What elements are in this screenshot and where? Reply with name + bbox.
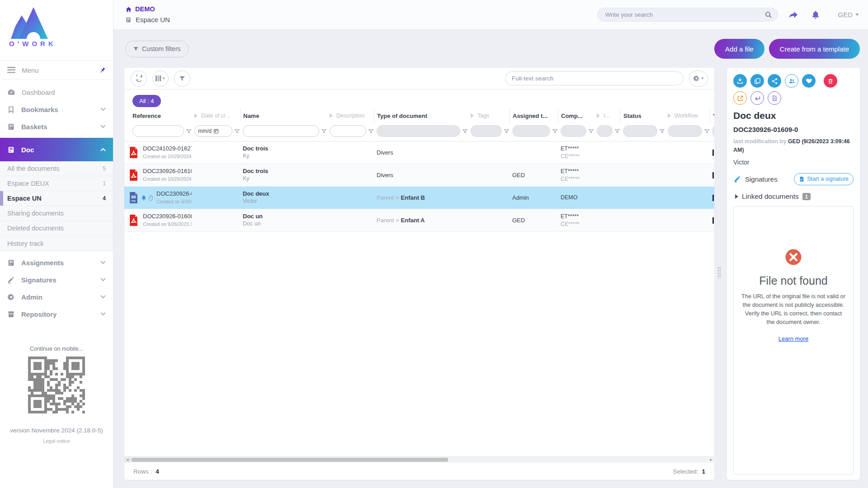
panel-resize-handle[interactable] (717, 267, 721, 278)
filter-text-input[interactable] (247, 128, 315, 134)
scroll-right-arrow-icon[interactable]: ► (708, 457, 714, 463)
funnel-icon[interactable] (552, 128, 558, 134)
column-header-name[interactable]: Name (240, 109, 327, 122)
table-row[interactable]: DOC241029-01627-0Created on 10/29/2024 1… (124, 141, 714, 164)
start-signature-button[interactable]: Start a signature (794, 173, 854, 185)
column-header-date-of-cr-[interactable]: Date of cr... (192, 109, 240, 122)
funnel-icon[interactable] (588, 128, 594, 134)
funnel-icon[interactable] (659, 128, 665, 134)
notifications-button[interactable] (809, 8, 822, 22)
funnel-icon[interactable] (321, 128, 327, 134)
sidebar-item-admin[interactable]: Admin (0, 288, 113, 305)
funnel-icon[interactable] (368, 128, 374, 134)
scope-all-pill[interactable]: All : 4 (132, 95, 161, 107)
column-header-assigned-t-[interactable]: Assigned t... (509, 109, 558, 122)
column-header-description[interactable]: Description (327, 109, 374, 122)
scrollbar-thumb[interactable] (132, 458, 448, 462)
open-external-button[interactable] (733, 91, 747, 105)
horizontal-scrollbar[interactable]: ◄ ► (124, 456, 714, 463)
sidebar-item-repository[interactable]: Repository (0, 305, 113, 323)
funnel-icon[interactable] (614, 128, 620, 134)
document-reference: DOC241029-01627-0 (143, 145, 192, 152)
learn-more-link[interactable]: Learn more (778, 335, 808, 342)
global-search (597, 8, 778, 22)
funnel-icon[interactable] (234, 128, 240, 134)
table-row[interactable]: DOC230926-01610-3Created on 10/29/2024 1… (124, 164, 714, 187)
duplicate-button[interactable] (750, 74, 764, 88)
users-button[interactable] (785, 74, 798, 88)
funnel-icon[interactable] (462, 128, 468, 134)
column-header-workflow[interactable]: Workflow (665, 109, 710, 122)
heart-button[interactable] (802, 74, 816, 88)
menu-toggle[interactable]: Menu (0, 60, 113, 80)
refresh-button[interactable] (131, 70, 147, 87)
column-header-tags[interactable]: Tags (468, 109, 509, 122)
linked-documents-count-badge: 1 (802, 193, 811, 200)
column-header-type-of-document[interactable]: Type of document (374, 109, 468, 122)
global-search-input[interactable] (605, 11, 764, 18)
mobile-hint: Continue on mobile... (0, 346, 113, 352)
document-name: Doc trois (243, 168, 268, 174)
legal-notice-link[interactable]: Legal notice (43, 438, 70, 444)
linked-documents-toggle[interactable]: Linked documents 1 (733, 192, 854, 201)
file-not-found-message: The URL of the original file is not vali… (741, 292, 846, 327)
add-file-button[interactable]: Add a file (714, 39, 764, 59)
table-row[interactable]: DOC230926-01608-0Created on 9/26/2023 3:… (124, 209, 714, 232)
funnel-icon[interactable] (504, 128, 509, 134)
download-button[interactable] (733, 74, 747, 88)
filter-date-input[interactable]: mm/d (194, 125, 232, 137)
funnel-icon (133, 46, 139, 52)
subitem-count: 1 (103, 180, 106, 187)
trash-button[interactable] (824, 74, 837, 88)
sidebar-item-signatures[interactable]: Signatures (0, 271, 113, 288)
column-header-y-[interactable]: Y... (710, 109, 714, 122)
table-settings-button[interactable] (689, 70, 708, 87)
status-cell (620, 164, 665, 186)
filters-button[interactable] (174, 70, 190, 87)
sidebar-item-dashboard[interactable]: Dashboard (0, 84, 113, 101)
sidebar-subitem-espace-deux[interactable]: Espace DEUX1 (0, 176, 113, 191)
linked-documents-label: Linked documents (742, 192, 799, 201)
sidebar-item-assignments[interactable]: Assignments (0, 254, 113, 271)
sidebar-item-baskets[interactable]: Baskets (0, 118, 113, 135)
column-header-comp-[interactable]: Comp... (558, 109, 594, 122)
share-nodes-button[interactable] (768, 74, 781, 88)
sidebar-subitem-all-the-documents[interactable]: All the documents5 (0, 161, 113, 176)
chevron-down-icon (100, 278, 106, 282)
column-label: Status (623, 113, 642, 119)
column-header-i-[interactable]: I... (594, 109, 620, 122)
column-header-status[interactable]: Status (620, 109, 665, 122)
sidebar-item-bookmarks[interactable]: Bookmarks (0, 101, 113, 118)
page-button[interactable] (768, 91, 781, 105)
user-menu[interactable]: GED (838, 11, 859, 19)
clipped-cell (710, 164, 714, 186)
custom-filters-button[interactable]: Custom filters (125, 41, 189, 57)
selected-label: Selected: (673, 468, 698, 475)
breadcrumb-space[interactable]: Espace UN (125, 15, 170, 24)
funnel-icon[interactable] (186, 128, 192, 134)
columns-button[interactable] (152, 70, 169, 87)
scroll-left-arrow-icon[interactable]: ◄ (124, 457, 131, 463)
sidebar-subitem-history-track[interactable]: History track (0, 236, 113, 251)
funnel-icon (179, 75, 186, 82)
share-page-button[interactable] (786, 8, 801, 22)
sort-triangle-icon (194, 113, 198, 118)
column-header-reference[interactable]: Reference (124, 109, 192, 122)
funnel-icon[interactable] (704, 128, 710, 134)
create-from-template-button[interactable]: Create from a template (769, 39, 860, 59)
fulltext-search-input[interactable] (512, 75, 677, 82)
filter-text-input[interactable] (137, 128, 180, 134)
sidebar-subitem-espace-un[interactable]: Espace UN4 (0, 191, 113, 206)
search-icon[interactable] (764, 11, 772, 19)
return-arrow-button[interactable] (750, 91, 764, 105)
tags-cell (468, 164, 509, 186)
sidebar-subitem-deleted-documents[interactable]: Deleted documents (0, 221, 113, 236)
sidebar-item-doc[interactable]: Doc (0, 138, 113, 161)
chevron-down-icon (701, 78, 704, 80)
pin-sidebar-icon[interactable] (99, 67, 106, 74)
table-row[interactable]: ≡wDOC230926-01609-0Created on 9/26/2023 … (124, 187, 714, 209)
filter-text-input[interactable] (334, 128, 362, 134)
sidebar-subitem-sharing-documents[interactable]: Sharing documents (0, 206, 113, 221)
breadcrumb-home[interactable]: DEMO (125, 5, 170, 14)
sort-triangle-icon (597, 113, 600, 118)
